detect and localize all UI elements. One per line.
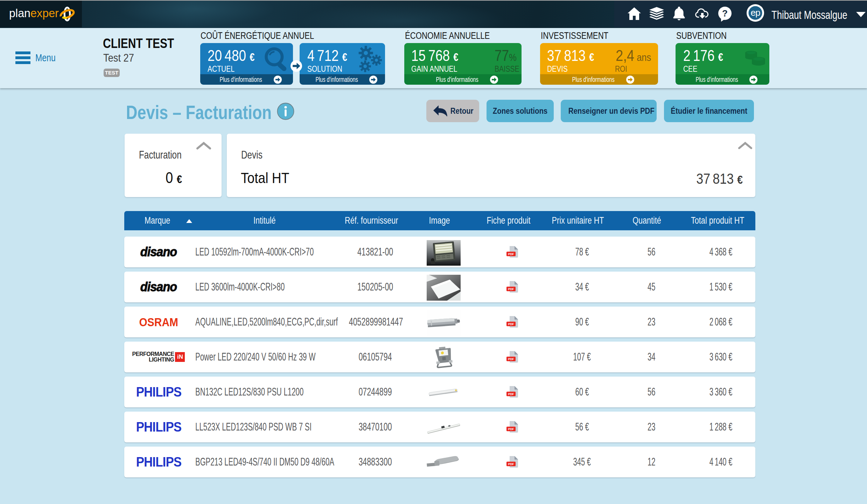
svg-text:PDF: PDF bbox=[508, 322, 514, 326]
svg-text:PDF: PDF bbox=[508, 427, 514, 431]
svg-text:PDF: PDF bbox=[508, 287, 514, 291]
svg-text:PDF: PDF bbox=[508, 252, 514, 256]
svg-text:PDF: PDF bbox=[508, 357, 514, 361]
svg-text:ep: ep bbox=[751, 7, 760, 18]
svg-text:?: ? bbox=[722, 8, 728, 19]
svg-text:PDF: PDF bbox=[508, 462, 514, 466]
svg-text:PDF: PDF bbox=[508, 392, 514, 396]
